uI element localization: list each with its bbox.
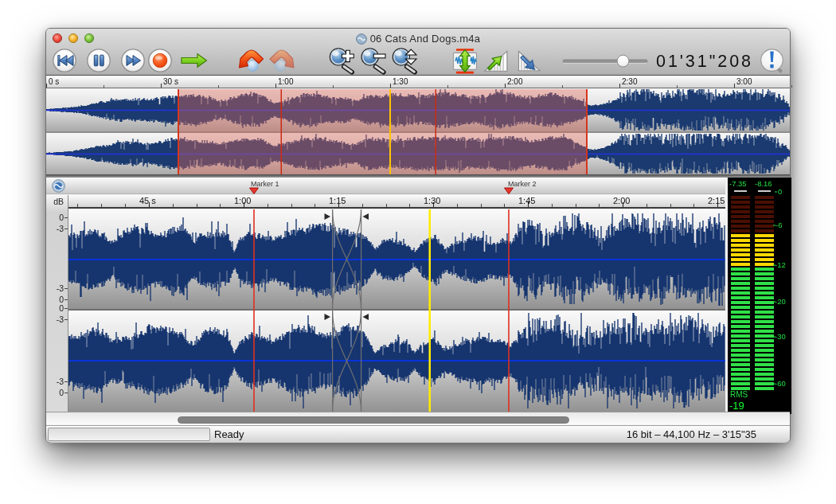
svg-text:01'31"208: 01'31"208 (656, 52, 751, 71)
svg-text:RMS: RMS (730, 390, 748, 399)
svg-text:-20: -20 (775, 297, 786, 306)
svg-text:-7.35: -7.35 (729, 179, 747, 188)
svg-text:-12: -12 (775, 260, 786, 269)
svg-text:0: 0 (778, 187, 782, 196)
svg-text:-30: -30 (775, 332, 786, 341)
svg-text:-60: -60 (775, 379, 786, 388)
svg-text:-6: -6 (775, 221, 782, 229)
svg-text:-19: -19 (729, 400, 744, 412)
svg-text:-8.16: -8.16 (755, 179, 772, 188)
